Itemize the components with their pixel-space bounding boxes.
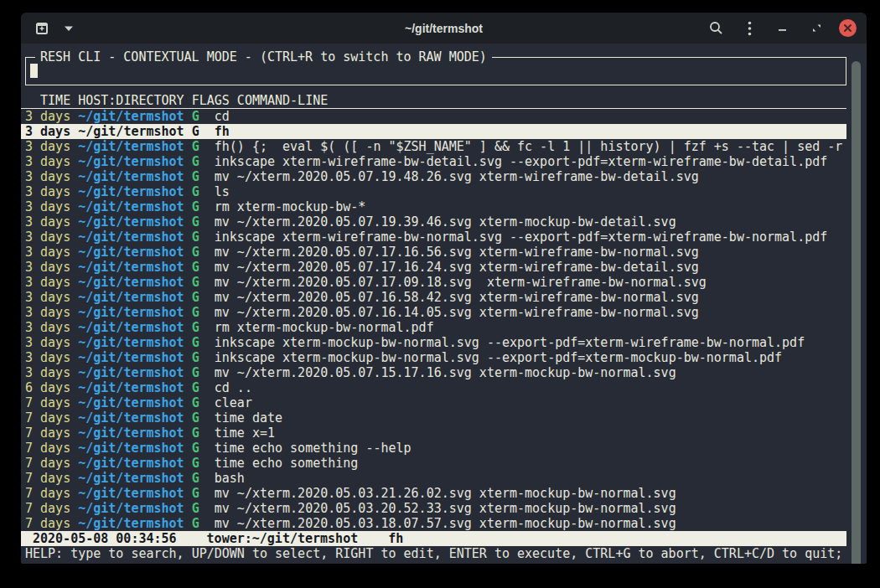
row-command: time date	[215, 410, 282, 426]
history-row[interactable]: 7 days ~/git/termshot G clear	[21, 395, 846, 410]
resh-search-box-title: RESH CLI - CONTEXTUAL MODE - (CTRL+R to …	[35, 49, 492, 64]
row-directory: ~/git/termshot	[78, 395, 191, 410]
row-flags: G	[192, 169, 215, 184]
row-time: 7 days	[25, 516, 78, 531]
history-row[interactable]: 3 days ~/git/termshot G inkscape xterm-m…	[21, 350, 846, 365]
terminal-body[interactable]: RESH CLI - CONTEXTUAL MODE - (CTRL+R to …	[21, 57, 867, 564]
history-row[interactable]: 3 days ~/git/termshot G inkscape xterm-w…	[21, 154, 846, 169]
history-row[interactable]: 7 days ~/git/termshot G time echo someth…	[21, 456, 846, 471]
history-row[interactable]: 3 days ~/git/termshot G cd	[21, 109, 846, 124]
row-time: 3 days	[25, 169, 78, 184]
resh-search-box[interactable]: RESH CLI - CONTEXTUAL MODE - (CTRL+R to …	[25, 57, 846, 85]
titlebar[interactable]: ~/git/termshot	[21, 13, 867, 44]
titlebar-right-controls	[705, 18, 857, 39]
row-time: 6 days	[25, 380, 78, 395]
row-time: 3 days	[25, 350, 78, 365]
history-row[interactable]: 7 days ~/git/termshot G mv ~/xterm.2020.…	[21, 486, 846, 501]
row-directory: ~/git/termshot	[78, 365, 191, 380]
history-table-header: TIME HOST:DIRECTORY FLAGS COMMAND-LINE	[21, 94, 846, 109]
history-row[interactable]: 3 days ~/git/termshot G ls	[21, 184, 846, 199]
row-flags: G	[192, 245, 215, 260]
history-row[interactable]: 6 days ~/git/termshot G cd ..	[21, 380, 846, 395]
row-command: clear	[215, 395, 252, 410]
history-row[interactable]: 3 days ~/git/termshot G fh() {; eval $( …	[21, 139, 846, 154]
history-row[interactable]: 3 days ~/git/termshot G rm xterm-mockup-…	[21, 320, 846, 335]
row-command: cd ..	[215, 380, 252, 395]
row-command: mv ~/xterm.2020.05.03.20.52.33.svg xterm…	[215, 501, 676, 516]
unmaximize-icon	[811, 23, 822, 34]
row-directory: ~/git/termshot	[78, 139, 191, 154]
row-flags: G	[192, 305, 215, 320]
row-directory: ~/git/termshot	[78, 199, 191, 214]
history-row[interactable]: 7 days ~/git/termshot G time echo someth…	[21, 441, 846, 456]
tab-chooser-button[interactable]	[58, 18, 80, 39]
history-row[interactable]: 7 days ~/git/termshot G mv ~/xterm.2020.…	[21, 501, 846, 516]
history-row[interactable]: 7 days ~/git/termshot G bash	[21, 471, 846, 486]
minimize-button[interactable]	[772, 18, 794, 39]
scrollbar[interactable]	[852, 61, 861, 564]
history-row[interactable]: 3 days ~/git/termshot G inkscape xterm-w…	[21, 230, 846, 245]
history-row[interactable]: 3 days ~/git/termshot G inkscape xterm-m…	[21, 335, 846, 350]
row-flags: G	[192, 501, 215, 516]
row-time: 3 days	[25, 260, 78, 275]
row-flags: G	[192, 275, 215, 290]
new-tab-button[interactable]	[31, 18, 53, 39]
row-command: fh() {; eval $( ([ -n "$ZSH_NAME" ] && f…	[215, 139, 843, 154]
row-directory: ~/git/termshot	[78, 109, 191, 124]
history-row-selected[interactable]: 3 days ~/git/termshot G fh	[21, 124, 846, 139]
history-row[interactable]: 3 days ~/git/termshot G mv ~/xterm.2020.…	[21, 305, 846, 320]
history-row[interactable]: 3 days ~/git/termshot G mv ~/xterm.2020.…	[21, 275, 846, 290]
terminal-window: ~/git/termshot	[21, 13, 867, 564]
row-command: time x=1	[215, 426, 275, 441]
history-row[interactable]: 3 days ~/git/termshot G mv ~/xterm.2020.…	[21, 260, 846, 275]
restore-button[interactable]	[805, 18, 827, 39]
history-row[interactable]: 3 days ~/git/termshot G mv ~/xterm.2020.…	[21, 214, 846, 230]
history-row[interactable]: 3 days ~/git/termshot G mv ~/xterm.2020.…	[21, 169, 846, 184]
row-command: rm xterm-mockup-bw-normal.pdf	[215, 320, 434, 335]
row-command: mv ~/xterm.2020.05.07.17.16.24.svg xterm…	[215, 260, 699, 275]
row-flags: G	[192, 124, 215, 139]
row-flags: G	[192, 471, 215, 486]
row-flags: G	[192, 184, 215, 199]
row-directory: ~/git/termshot	[78, 124, 191, 139]
history-row[interactable]: 7 days ~/git/termshot G time x=1	[21, 426, 846, 441]
row-command: mv ~/xterm.2020.05.07.16.14.05.svg xterm…	[215, 305, 699, 320]
row-command: mv ~/xterm.2020.05.07.17.16.56.svg xterm…	[215, 245, 699, 260]
history-row[interactable]: 7 days ~/git/termshot G mv ~/xterm.2020.…	[21, 516, 846, 531]
close-button[interactable]	[839, 19, 857, 37]
row-time: 7 days	[25, 410, 78, 426]
row-time: 3 days	[25, 290, 78, 305]
row-directory: ~/git/termshot	[78, 245, 191, 260]
row-command: mv ~/xterm.2020.05.07.15.17.16.svg xterm…	[215, 365, 676, 380]
row-flags: G	[192, 290, 215, 305]
history-row[interactable]: 3 days ~/git/termshot G mv ~/xterm.2020.…	[21, 245, 846, 260]
row-flags: G	[192, 109, 215, 124]
row-directory: ~/git/termshot	[78, 154, 191, 169]
row-flags: G	[192, 260, 215, 275]
text-cursor	[30, 64, 38, 78]
history-row[interactable]: 7 days ~/git/termshot G time date	[21, 410, 846, 426]
row-flags: G	[192, 350, 215, 365]
menu-button[interactable]	[738, 18, 760, 39]
row-directory: ~/git/termshot	[78, 260, 191, 275]
search-button[interactable]	[705, 18, 727, 39]
history-row[interactable]: 3 days ~/git/termshot G rm xterm-mockup-…	[21, 199, 846, 214]
row-flags: G	[192, 139, 215, 154]
row-directory: ~/git/termshot	[78, 335, 191, 350]
row-command: inkscape xterm-mockup-bw-normal.svg --ex…	[215, 335, 805, 350]
row-flags: G	[192, 154, 215, 169]
row-flags: G	[192, 230, 215, 245]
row-directory: ~/git/termshot	[78, 169, 191, 184]
row-time: 3 days	[25, 230, 78, 245]
row-time: 7 days	[25, 395, 78, 410]
row-time: 3 days	[25, 139, 78, 154]
row-directory: ~/git/termshot	[78, 350, 191, 365]
row-command: mv ~/xterm.2020.05.03.18.07.57.svg xterm…	[215, 516, 676, 531]
status-host-path: tower:~/git/termshot	[207, 531, 359, 546]
row-command: time echo something	[215, 456, 359, 471]
row-directory: ~/git/termshot	[78, 471, 191, 486]
history-row[interactable]: 3 days ~/git/termshot G mv ~/xterm.2020.…	[21, 290, 846, 305]
row-time: 3 days	[25, 245, 78, 260]
row-flags: G	[192, 214, 215, 230]
history-row[interactable]: 3 days ~/git/termshot G mv ~/xterm.2020.…	[21, 365, 846, 380]
